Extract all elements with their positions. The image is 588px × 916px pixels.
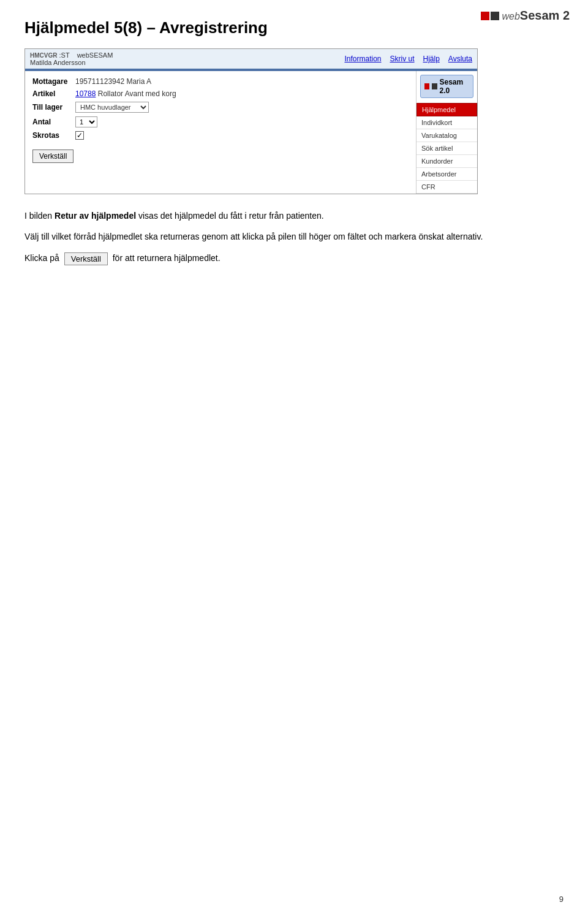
topbar-nav[interactable]: Information Skriv ut Hjälp Avsluta — [344, 55, 472, 63]
topbar-orgenv: HMCVGR :ST webSESAM — [30, 51, 113, 59]
page-number: 9 — [559, 895, 564, 904]
value-mottagare: 195711123942 Maria A — [75, 77, 151, 86]
desc1-bold: Retur av hjälpmedel — [55, 211, 136, 221]
sidebar-item-sok-artikel[interactable]: Sök artikel — [417, 142, 477, 155]
app-sidebar: Sesam 2.0 Hjälpmedel Individkort Varukat… — [416, 71, 477, 194]
desc1-post: visas det hjälpmedel du fått i retur frå… — [136, 211, 324, 221]
app-logo: webSesam 2 — [481, 9, 570, 23]
sidebar-item-individkort[interactable]: Individkort — [417, 116, 477, 129]
nav-avsluta[interactable]: Avsluta — [448, 55, 472, 63]
topbar-left: HMCVGR :ST webSESAM Matilda Andersson — [30, 51, 113, 66]
description-area: I bilden Retur av hjälpmedel visas det h… — [24, 209, 564, 265]
form-area: Mottagare 195711123942 Maria A Artikel 1… — [25, 71, 416, 194]
antal-select[interactable]: 1 — [75, 116, 97, 127]
nav-skriv-ut[interactable]: Skriv ut — [390, 55, 414, 63]
logo-red-square — [481, 12, 489, 20]
till-lager-select[interactable]: HMC huvudlager — [75, 102, 149, 113]
desc3-post: för att returnera hjälpmedlet. — [110, 253, 221, 263]
skrotas-checkbox[interactable]: ✓ — [75, 131, 84, 140]
logo-text: webSesam 2 — [502, 9, 570, 23]
artikel-text: Rollator Avant med korg — [98, 89, 176, 98]
nav-hjalp[interactable]: Hjälp — [423, 55, 440, 63]
desc3-pre: Klicka på — [24, 253, 62, 263]
field-till-lager[interactable]: Till lager HMC huvudlager — [32, 102, 409, 113]
field-mottagare: Mottagare 195711123942 Maria A — [32, 77, 409, 86]
screenshot-container: HMCVGR :ST webSESAM Matilda Andersson In… — [24, 48, 478, 194]
system-name: webSESAM — [77, 51, 113, 59]
label-till-lager: Till lager — [32, 103, 75, 112]
sidebar-item-hjalpmedel[interactable]: Hjälpmedel — [417, 103, 477, 116]
verkstall-button-inline[interactable]: Verkställ — [64, 252, 108, 265]
field-antal[interactable]: Antal 1 — [32, 116, 409, 127]
sidebar-logo-dark — [432, 83, 437, 89]
description-line3: Klicka på Verkställ för att returnera hj… — [24, 251, 564, 265]
app-main: Mottagare 195711123942 Maria A Artikel 1… — [25, 71, 477, 194]
org-code: HMCVGR — [30, 52, 57, 59]
sidebar-sesam-text: Sesam 2.0 — [440, 78, 469, 95]
sidebar-item-varukatalog[interactable]: Varukatalog — [417, 129, 477, 142]
label-artikel: Artikel — [32, 89, 75, 98]
app-topbar: HMCVGR :ST webSESAM Matilda Andersson In… — [25, 49, 477, 70]
nav-information[interactable]: Information — [344, 55, 381, 63]
description-line2: Välj till vilket förråd hjälpmedlet ska … — [24, 230, 564, 243]
sidebar-item-cfr[interactable]: CFR — [417, 181, 477, 194]
sidebar-item-arbetsorder[interactable]: Arbetsorder — [417, 168, 477, 181]
sesam-logo-sidebar: Sesam 2.0 — [420, 75, 473, 98]
label-mottagare: Mottagare — [32, 77, 75, 86]
label-antal: Antal — [32, 118, 75, 126]
form-actions[interactable]: Verkställ — [32, 146, 409, 163]
verkstall-button-form[interactable]: Verkställ — [32, 150, 74, 163]
topbar-user: Matilda Andersson — [30, 59, 113, 66]
description-line1: I bilden Retur av hjälpmedel visas det h… — [24, 209, 564, 222]
desc1-pre: I bilden — [24, 211, 55, 221]
artikel-link[interactable]: 10788 — [75, 89, 96, 98]
sidebar-logo-red — [424, 83, 429, 89]
logo-web: web — [502, 11, 519, 21]
field-artikel: Artikel 10788 Rollator Avant med korg — [32, 89, 409, 98]
value-artikel[interactable]: 10788 Rollator Avant med korg — [75, 89, 176, 98]
logo-dark-square — [491, 12, 499, 20]
logo-icon — [481, 12, 499, 20]
env-code: :ST — [59, 51, 70, 59]
field-skrotas[interactable]: Skrotas ✓ — [32, 131, 409, 140]
logo-sesam: Sesam 2 — [520, 9, 570, 22]
sidebar-item-kundorder[interactable]: Kundorder — [417, 155, 477, 168]
label-skrotas: Skrotas — [32, 131, 75, 140]
